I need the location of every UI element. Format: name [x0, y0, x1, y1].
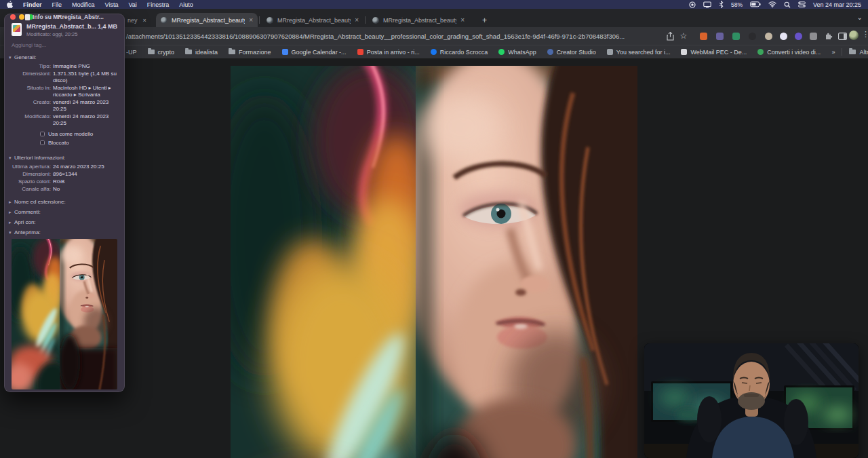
- bookmark-gmail[interactable]: Posta in arrivo - ri...: [357, 49, 420, 56]
- finder-info-window: Info su MRregista_Abstr... MRregista_Abs…: [4, 14, 125, 392]
- new-tab-button[interactable]: +: [479, 14, 490, 26]
- bookmark-webmail-pec[interactable]: WebMail PEC - De...: [681, 49, 747, 56]
- bookmark-label: Altri Preferiti: [859, 49, 868, 56]
- bookmark-creator-studio[interactable]: Creator Studio: [547, 49, 596, 56]
- creator-studio-icon: [547, 49, 553, 55]
- checkbox-icon[interactable]: [40, 140, 45, 145]
- menu-item-finestra[interactable]: Finestra: [147, 1, 170, 8]
- menu-item-aiuto[interactable]: Aiuto: [179, 1, 193, 8]
- tab-2[interactable]: MRregista_Abstract_beauty_.. ×: [262, 13, 363, 27]
- share-icon[interactable]: [665, 31, 675, 41]
- section-generali: ▾Generali: Tipo:Immagine PNG Dimensioni:…: [5, 52, 124, 152]
- menu-item-modifica[interactable]: Modifica: [72, 1, 95, 8]
- extension-icon[interactable]: [716, 33, 724, 40]
- dimensions-value: 896×1344: [53, 171, 120, 178]
- browser-menu-kebab-icon[interactable]: ⋮: [862, 30, 868, 39]
- section-apri-con[interactable]: ▸Apri con:: [5, 217, 124, 227]
- tab-close-icon[interactable]: ×: [460, 16, 465, 24]
- bookmark-folder-formazione[interactable]: Formazione: [229, 49, 271, 56]
- menu-item-file[interactable]: File: [52, 1, 62, 8]
- tab-hidden-label: ney: [127, 17, 138, 24]
- section-nome-ed-estensione[interactable]: ▸Nome ed estensione:: [5, 197, 124, 207]
- bookmark-google-calendar[interactable]: Google Calendar -...: [282, 49, 347, 56]
- info-row: Dimensioni:1.371.351 byte (1,4 MB su dis…: [9, 71, 120, 84]
- side-panel-icon[interactable]: [837, 31, 848, 41]
- macos-menu-bar: Finder File Modifica Vista Vai Finestra …: [0, 0, 868, 9]
- bookmark-label: You searched for i...: [616, 49, 671, 56]
- info-row: Dimensioni:896×1344: [9, 171, 120, 178]
- bookmark-star-icon[interactable]: ☆: [678, 31, 689, 41]
- webcam-overlay: [644, 343, 859, 458]
- display-icon[interactable]: [703, 1, 711, 8]
- tab-favicon: [372, 17, 379, 24]
- checkbox-icon[interactable]: [40, 132, 45, 136]
- tab-close-icon[interactable]: ×: [355, 16, 359, 24]
- menu-item-finder[interactable]: Finder: [23, 1, 42, 8]
- spotlight-search-icon[interactable]: [784, 1, 791, 8]
- tab-hidden-fragment[interactable]: ney ×: [127, 13, 156, 27]
- extension-icon[interactable]: [810, 33, 817, 40]
- extension-icon[interactable]: [749, 33, 756, 40]
- menu-item-vista[interactable]: Vista: [105, 1, 119, 8]
- bookmarks-overflow-icon[interactable]: »: [831, 49, 835, 56]
- info-window-title: Info su MRregista_Abstr...: [5, 14, 124, 20]
- bookmark-folder-crypto[interactable]: crypto: [148, 49, 175, 56]
- section-generali-header[interactable]: ▾Generali:: [9, 54, 120, 60]
- presenter-video: [644, 343, 859, 458]
- bookmark-label: Riccardo Scrocca: [440, 49, 488, 56]
- wifi-icon[interactable]: [768, 1, 776, 7]
- bluetooth-icon[interactable]: [719, 1, 724, 8]
- profile-avatar[interactable]: [849, 31, 859, 40]
- extension-icon[interactable]: [780, 33, 787, 40]
- other-bookmarks[interactable]: Altri Preferiti: [849, 49, 868, 56]
- file-size: 1,4 MB: [98, 23, 117, 30]
- bookmark-label: crypto: [158, 49, 175, 56]
- preview-thumbnail: [12, 239, 117, 389]
- bookmark-facebook[interactable]: Riccardo Scrocca: [431, 49, 488, 56]
- extension-icon[interactable]: [732, 33, 740, 40]
- extensions-puzzle-icon[interactable]: [823, 31, 834, 41]
- bookmark-label: Creator Studio: [557, 49, 596, 56]
- tab-active[interactable]: MRregista_Abstract_beauty_.. ×: [156, 13, 258, 27]
- section-anteprima[interactable]: ▾Anteprima:: [5, 227, 124, 237]
- bookmark-label: Posta in arrivo - ri...: [367, 49, 420, 56]
- folder-icon: [229, 50, 235, 54]
- tags-input[interactable]: Aggiungi tag...: [5, 40, 124, 52]
- menu-item-vai[interactable]: Vai: [128, 1, 136, 8]
- control-center-icon[interactable]: [798, 1, 806, 7]
- tab-search-caret-icon[interactable]: ⌄: [857, 14, 863, 21]
- menu-clock[interactable]: Ven 24 mar 20:25: [813, 1, 861, 8]
- bookmark-label: WhatsApp: [508, 49, 536, 56]
- extension-icon[interactable]: [700, 33, 707, 40]
- section-commenti[interactable]: ▸Commenti:: [5, 207, 124, 217]
- section-ulteriori-informazioni: ▾Ulteriori informazioni: Ultima apertura…: [5, 152, 124, 197]
- bookmark-whatsapp[interactable]: WhatsApp: [498, 49, 536, 56]
- info-row: Canale alfa:No: [9, 186, 120, 193]
- section-ulteriori-header[interactable]: ▾Ulteriori informazioni:: [9, 155, 120, 161]
- screen-recording-icon[interactable]: [689, 1, 696, 8]
- tab-3[interactable]: MRregista_Abstract_beauty_.. ×: [368, 13, 469, 27]
- info-row: Ultima apertura:24 marzo 2023 20:25: [9, 164, 120, 170]
- battery-icon[interactable]: [750, 1, 761, 7]
- facebook-icon: [431, 49, 437, 55]
- bookmark-search-result[interactable]: You searched for i...: [607, 49, 671, 56]
- checkbox-usa-come-modello[interactable]: Usa come modello: [40, 131, 120, 137]
- bookmark-folder-idealista[interactable]: idealista: [185, 49, 218, 56]
- info-row: Modificato:venerdì 24 marzo 2023 20:25: [9, 113, 120, 127]
- bookmark-converti-video[interactable]: Converti i video di...: [757, 49, 821, 56]
- tab-close-icon[interactable]: ×: [143, 17, 146, 24]
- extension-key-icon[interactable]: [765, 33, 772, 40]
- extension-icon[interactable]: [795, 33, 802, 40]
- apple-menu-icon[interactable]: [7, 1, 13, 8]
- convert-icon: [757, 49, 764, 55]
- bookmark-up[interactable]: -UP: [126, 49, 137, 56]
- bookmark-label: idealista: [195, 49, 218, 56]
- url-text: /attachments/1013512335442333816/1088906…: [126, 33, 625, 40]
- info-row: Situato in:Macintosh HD ▸ Utenti ▸ ricca…: [9, 85, 120, 98]
- tab-close-icon[interactable]: ×: [249, 16, 253, 24]
- info-window-titlebar[interactable]: Info su MRregista_Abstr...: [5, 14, 124, 20]
- info-row: Spazio colori:RGB: [9, 178, 120, 185]
- page-icon: [607, 49, 613, 55]
- address-bar[interactable]: /attachments/1013512335442333816/1088906…: [126, 30, 662, 42]
- checkbox-bloccato[interactable]: Bloccato: [40, 140, 120, 146]
